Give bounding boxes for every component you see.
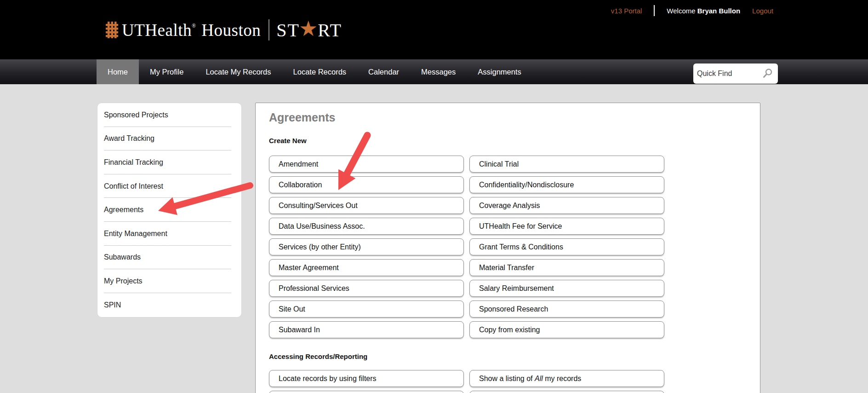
- sidebar-item-financial-tracking[interactable]: Financial Tracking: [97, 150, 241, 174]
- nav-item-calendar[interactable]: Calendar: [357, 59, 410, 84]
- button-coverage-analysis[interactable]: Coverage Analysis: [469, 197, 664, 214]
- button-uthealth-fee-for-service[interactable]: UTHealth Fee for Service: [469, 218, 664, 235]
- welcome-text: Welcome Bryan Bullon: [667, 7, 740, 15]
- button-confidentiality-nondisclosure[interactable]: Confidentiality/Nondisclosure: [469, 176, 664, 193]
- star-icon: ★: [299, 18, 319, 40]
- show-listing-all: All: [535, 375, 543, 382]
- page-title: Agreements: [269, 111, 760, 124]
- button-subaward-in[interactable]: Subaward In: [269, 321, 464, 338]
- button-salary-reimbursement[interactable]: Salary Reimbursement: [469, 280, 664, 297]
- accessing-records-heading: Accessing Records/Reporting: [269, 353, 760, 360]
- create-new-heading: Create New: [269, 137, 760, 144]
- button-locate-records-filters[interactable]: Locate records by using filters: [269, 370, 464, 387]
- button-consulting-services-out[interactable]: Consulting/Services Out: [269, 197, 464, 214]
- header-links: v13 Portal Welcome Bryan Bullon Logout: [611, 5, 773, 16]
- show-listing-prefix: Show a listing of: [479, 375, 535, 382]
- start-wordmark: ST★RT: [276, 19, 342, 41]
- sidebar-item-award-tracking[interactable]: Award Tracking: [97, 127, 241, 151]
- show-listing-suffix: my records: [543, 375, 582, 382]
- nav-item-my-profile[interactable]: My Profile: [139, 59, 194, 84]
- sidebar-item-my-projects[interactable]: My Projects: [97, 269, 241, 293]
- button-professional-services[interactable]: Professional Services: [269, 280, 464, 297]
- uthealth-start-logo: UTHealth® Houston ST★RT: [106, 16, 342, 44]
- sidebar-item-entity-management[interactable]: Entity Management: [97, 222, 241, 246]
- partial-button-grid: [269, 391, 760, 393]
- create-new-button-grid: Amendment Clinical Trial Collaboration C…: [269, 156, 760, 338]
- nav-item-assignments[interactable]: Assignments: [467, 59, 532, 84]
- button-show-listing-all-records[interactable]: Show a listing of All my records: [469, 370, 664, 387]
- button-copy-from-existing[interactable]: Copy from existing: [469, 321, 664, 338]
- nav-item-locate-records[interactable]: Locate Records: [282, 59, 358, 84]
- button-master-agreement[interactable]: Master Agreement: [269, 259, 464, 276]
- button-sponsored-research[interactable]: Sponsored Research: [469, 301, 664, 318]
- start-portal-page: { "header": { "logo": { "brand": "UTHeal…: [0, 0, 868, 393]
- registered-mark: ®: [192, 23, 196, 29]
- quick-find-box[interactable]: [693, 64, 778, 84]
- v13-portal-link[interactable]: v13 Portal: [611, 7, 642, 15]
- nav-item-messages[interactable]: Messages: [410, 59, 467, 84]
- nav-item-home[interactable]: Home: [97, 59, 139, 84]
- button-data-use-business-assoc[interactable]: Data Use/Business Assoc.: [269, 218, 464, 235]
- logo-divider: [268, 19, 269, 40]
- header-links-divider: [654, 5, 655, 16]
- button-grant-terms-conditions[interactable]: Grant Terms & Conditions: [469, 238, 664, 255]
- agreements-panel: Agreements Create New Amendment Clinical…: [255, 103, 760, 393]
- uthealth-hash-icon: [106, 22, 118, 38]
- sidebar-item-agreements[interactable]: Agreements: [97, 198, 241, 222]
- sidebar-item-spin[interactable]: SPIN: [97, 293, 241, 317]
- sidebar-item-subawards[interactable]: Subawards: [97, 246, 241, 270]
- accessing-button-grid: Locate records by using filters Show a l…: [269, 370, 760, 387]
- partial-button-right[interactable]: [469, 391, 664, 393]
- site-header: UTHealth® Houston ST★RT v13 Portal Welco…: [0, 0, 868, 59]
- user-name: Bryan Bullon: [697, 7, 740, 15]
- button-site-out[interactable]: Site Out: [269, 301, 464, 318]
- button-amendment[interactable]: Amendment: [269, 156, 464, 173]
- sidebar-menu: Sponsored Projects Award Tracking Financ…: [97, 103, 242, 318]
- sidebar-item-sponsored-projects[interactable]: Sponsored Projects: [97, 103, 241, 127]
- quick-find-input[interactable]: [697, 69, 761, 78]
- nav-item-locate-my-records[interactable]: Locate My Records: [194, 59, 282, 84]
- button-services-by-other-entity[interactable]: Services (by other Entity): [269, 238, 464, 255]
- sidebar-item-conflict-of-interest[interactable]: Conflict of Interest: [97, 174, 241, 198]
- button-clinical-trial[interactable]: Clinical Trial: [469, 156, 664, 173]
- brand-wordmark: UTHealth® Houston: [122, 20, 261, 40]
- search-icon[interactable]: [761, 68, 773, 80]
- logout-link[interactable]: Logout: [752, 7, 773, 15]
- button-collaboration[interactable]: Collaboration: [269, 176, 464, 193]
- button-material-transfer[interactable]: Material Transfer: [469, 259, 664, 276]
- partial-button-left[interactable]: [269, 391, 464, 393]
